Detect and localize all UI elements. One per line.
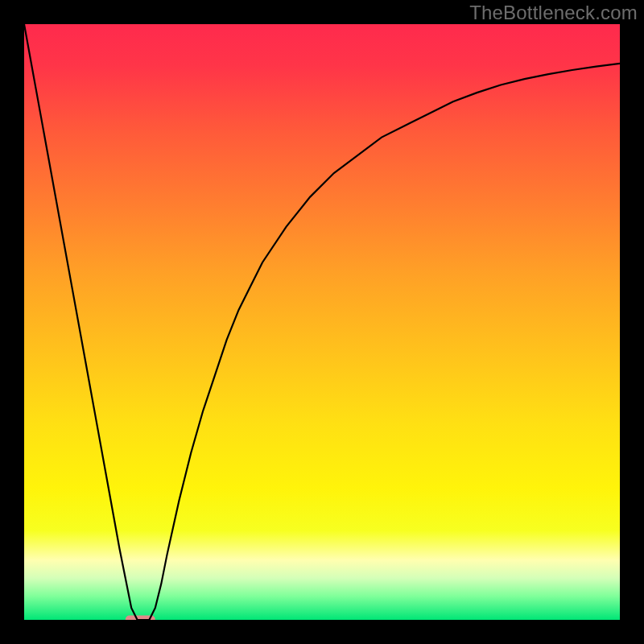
gradient-background	[24, 24, 620, 620]
chart-container: TheBottleneck.com	[0, 0, 644, 644]
bottleneck-curve-chart	[24, 24, 620, 620]
plot-area	[24, 24, 620, 620]
watermark-text: TheBottleneck.com	[469, 2, 638, 24]
